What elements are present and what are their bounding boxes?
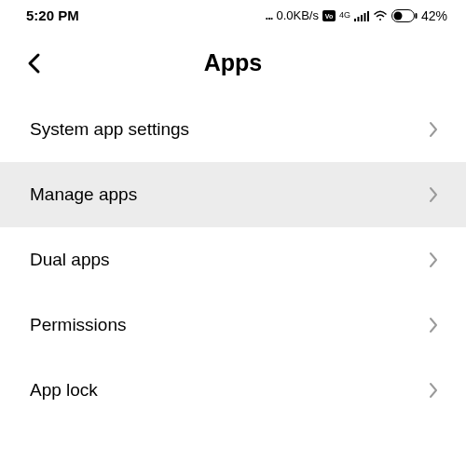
list-item-manage-apps[interactable]: Manage apps: [0, 162, 466, 227]
signal-icon: [354, 10, 369, 21]
status-indicators: ... 0.0KB/s Vo 4G 42%: [266, 8, 447, 23]
list-item-app-lock[interactable]: App lock: [0, 358, 466, 423]
svg-rect-9: [415, 13, 417, 19]
chevron-left-icon: [26, 52, 43, 75]
list-item-dual-apps[interactable]: Dual apps: [0, 227, 466, 292]
status-dots: ...: [266, 8, 273, 22]
list-item-system-app-settings[interactable]: System app settings: [0, 97, 466, 162]
list-item-label: App lock: [30, 380, 98, 401]
settings-list: System app settings Manage apps Dual app…: [0, 97, 466, 423]
chevron-right-icon: [429, 252, 438, 268]
list-item-label: System app settings: [30, 119, 189, 140]
status-bar: 5:20 PM ... 0.0KB/s Vo 4G 42%: [0, 0, 466, 31]
page-title: Apps: [22, 49, 444, 76]
svg-text:Vo: Vo: [325, 13, 333, 20]
svg-rect-3: [357, 17, 359, 21]
svg-rect-4: [361, 15, 363, 21]
chevron-right-icon: [429, 186, 438, 203]
network-speed: 0.0KB/s: [276, 8, 319, 22]
list-item-permissions[interactable]: Permissions: [0, 292, 466, 358]
list-item-label: Dual apps: [30, 250, 110, 270]
wifi-icon: [373, 10, 388, 21]
battery-percent: 42%: [421, 8, 447, 23]
chevron-right-icon: [429, 121, 438, 138]
back-button[interactable]: [26, 52, 43, 75]
list-item-label: Manage apps: [30, 184, 137, 205]
header: Apps: [0, 31, 466, 97]
svg-rect-8: [393, 11, 402, 20]
status-time: 5:20 PM: [26, 7, 79, 23]
list-item-label: Permissions: [30, 315, 126, 335]
chevron-right-icon: [429, 382, 438, 399]
volte-icon: Vo: [322, 10, 336, 21]
svg-rect-6: [367, 11, 369, 21]
network-type: 4G: [339, 11, 350, 20]
svg-rect-2: [354, 19, 356, 21]
svg-rect-5: [363, 13, 365, 21]
chevron-right-icon: [429, 317, 438, 333]
battery-icon: [391, 9, 418, 22]
